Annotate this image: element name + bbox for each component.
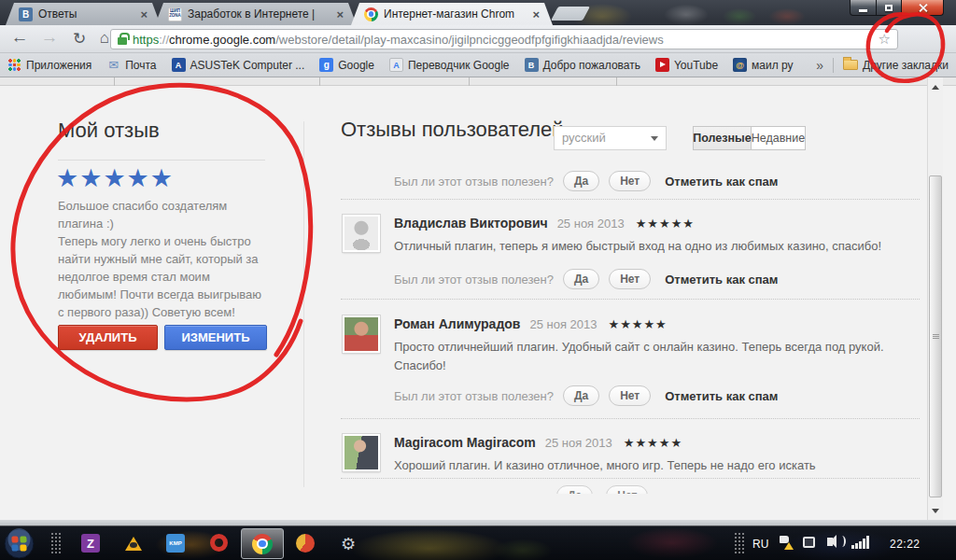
bookmark-label: маил ру: [752, 59, 794, 72]
tab-title: Ответы: [38, 7, 134, 21]
zona-app-icon[interactable]: Z: [81, 534, 100, 553]
forward-icon[interactable]: →: [37, 27, 62, 48]
bookmark-star-icon[interactable]: ☆: [879, 31, 891, 48]
tab-close-icon[interactable]: ×: [532, 7, 540, 21]
review-separator: [341, 418, 920, 419]
helpful-yes-button[interactable]: Да: [563, 269, 599, 289]
review-separator: [341, 299, 920, 300]
window-controls: [850, 0, 944, 16]
folder-icon: [843, 60, 858, 70]
bookmark-welcome[interactable]: ВДобро пожаловать: [525, 58, 640, 72]
tray-divider-dots: [734, 532, 745, 555]
other-bookmarks-button[interactable]: Другие закладки: [843, 59, 949, 72]
bookmark-mailru[interactable]: @маил ру: [733, 58, 794, 72]
review-separator: [341, 478, 920, 479]
tab-otvety[interactable]: В Ответы ×: [6, 3, 161, 25]
vk-icon: В: [525, 58, 539, 72]
vk-favicon-icon: В: [19, 7, 33, 21]
my-review-rating-stars[interactable]: ★★★★★: [56, 163, 174, 193]
delete-review-button[interactable]: УДАЛИТЬ: [58, 325, 158, 350]
language-dropdown[interactable]: русский: [554, 126, 667, 150]
asus-icon: A: [172, 58, 186, 72]
reviewer-name: Роман Алимурадов: [394, 316, 520, 331]
close-button[interactable]: [902, 0, 944, 16]
mark-spam-button[interactable]: Отметить как спам: [665, 273, 778, 287]
taskbar: Z KMP ⚙ RU 22:22: [0, 525, 956, 560]
reviewer-name: Владислав Викторович: [394, 216, 548, 231]
reload-icon[interactable]: ↻: [67, 29, 91, 49]
restore-button[interactable]: [877, 0, 902, 16]
https-lock-icon: [118, 37, 127, 45]
scroll-down-arrow[interactable]: [928, 503, 943, 518]
helpful-row: Был ли этот отзыв полезен? Да Нет Отмети…: [394, 171, 778, 191]
filter-helpful-button[interactable]: Полезные: [693, 126, 752, 150]
bookmark-label: Google: [338, 59, 374, 72]
webstore-favicon-icon: [364, 7, 378, 21]
helpful-no-button[interactable]: Нет: [609, 269, 651, 289]
browser-toolbar: ← → ↻ ⌂ https://chrome.google.com/websto…: [0, 25, 956, 53]
mailru-icon: @: [733, 58, 747, 72]
bookmark-mail[interactable]: ✉Почта: [106, 58, 156, 72]
review-rating-stars: ★★★★★: [609, 317, 668, 331]
tab-strip: В Ответы × ШИП ZONA Заработок в Интернет…: [6, 3, 547, 25]
chrome-taskbar-button-active[interactable]: [241, 528, 284, 559]
helpful-yes-button[interactable]: Да: [563, 171, 599, 191]
opera-app-icon[interactable]: [210, 534, 228, 552]
aimp-app-icon[interactable]: [124, 534, 143, 553]
review-rating-stars: ★★★★★: [624, 436, 682, 450]
mark-spam-button[interactable]: Отметить как спам: [665, 389, 778, 403]
user-reviews-title: Отзывы пользователей: [341, 118, 564, 142]
url-scheme: https: [133, 33, 159, 47]
tab-close-icon[interactable]: ×: [336, 7, 344, 21]
review-date: 25 ноя 2013: [529, 317, 597, 331]
helpful-no-button[interactable]: Нет: [609, 171, 651, 191]
kmplayer-app-icon[interactable]: KMP: [166, 534, 185, 553]
helpful-yes-button[interactable]: Да: [556, 485, 593, 494]
address-bar[interactable]: https://chrome.google.com/webstore/detai…: [110, 29, 898, 49]
bookmark-apps[interactable]: Приложения: [7, 58, 91, 72]
tab-close-icon[interactable]: ×: [140, 7, 148, 21]
tab-webstore-active[interactable]: Интернет-магазин Chrom ×: [351, 3, 553, 25]
partial-helpful-row: Да Нет: [556, 485, 678, 494]
chrome-icon: [252, 534, 273, 554]
tab-title: Интернет-магазин Chrom: [384, 7, 527, 21]
scrollbar-thumb[interactable]: [929, 175, 942, 497]
network-icon[interactable]: [803, 537, 815, 548]
tab-zarabotok[interactable]: ШИП ZONA Заработок в Интернете | ×: [155, 3, 357, 25]
bookmark-google[interactable]: gGoogle: [319, 58, 374, 72]
taskbar-divider-dots: [50, 532, 62, 555]
avatar: [343, 215, 380, 252]
gear-icon[interactable]: ⚙: [339, 534, 358, 553]
tab-title: Заработок в Интернете |: [188, 7, 330, 21]
clock[interactable]: 22:22: [890, 538, 921, 551]
bookmark-label: Добро пожаловать: [543, 59, 640, 72]
url-text: https://chrome.google.com/webstore/detai…: [133, 33, 664, 47]
helpful-question: Был ли этот отзыв полезен?: [394, 273, 554, 287]
bookmark-youtube[interactable]: YouTube: [655, 58, 718, 72]
action-center-flag-icon[interactable]: [780, 536, 792, 550]
speaker-icon[interactable]: [827, 538, 833, 546]
download-manager-app-icon[interactable]: [296, 534, 315, 553]
avatar: [343, 315, 380, 353]
page-scrollbar[interactable]: [927, 77, 943, 520]
back-icon[interactable]: ←: [7, 27, 32, 48]
url-host: chrome.google.com: [169, 33, 275, 47]
helpful-yes-button[interactable]: Да: [563, 385, 599, 406]
other-bookmarks-label: Другие закладки: [863, 59, 949, 72]
bookmark-asus[interactable]: AASUSTeK Computer ...: [172, 58, 305, 72]
start-button[interactable]: [4, 528, 35, 559]
signal-bars-icon[interactable]: [851, 536, 872, 549]
scroll-up-arrow[interactable]: [928, 79, 943, 94]
minimize-button[interactable]: [850, 0, 877, 16]
language-indicator[interactable]: RU: [752, 538, 768, 551]
filter-recent-button[interactable]: Недавние: [752, 126, 806, 150]
bookmarks-overflow-chevron[interactable]: »: [816, 58, 823, 73]
helpful-no-button[interactable]: Нет: [606, 485, 648, 494]
bookmark-translate[interactable]: AПереводчик Google: [389, 58, 510, 72]
helpful-no-button[interactable]: Нет: [609, 385, 651, 406]
bookmark-label: YouTube: [674, 59, 718, 72]
edit-review-button[interactable]: ИЗМЕНИТЬ: [164, 325, 267, 350]
mail-icon: ✉: [106, 58, 120, 72]
review-rating-stars: ★★★★★: [636, 217, 695, 231]
mark-spam-button[interactable]: Отметить как спам: [665, 175, 778, 189]
